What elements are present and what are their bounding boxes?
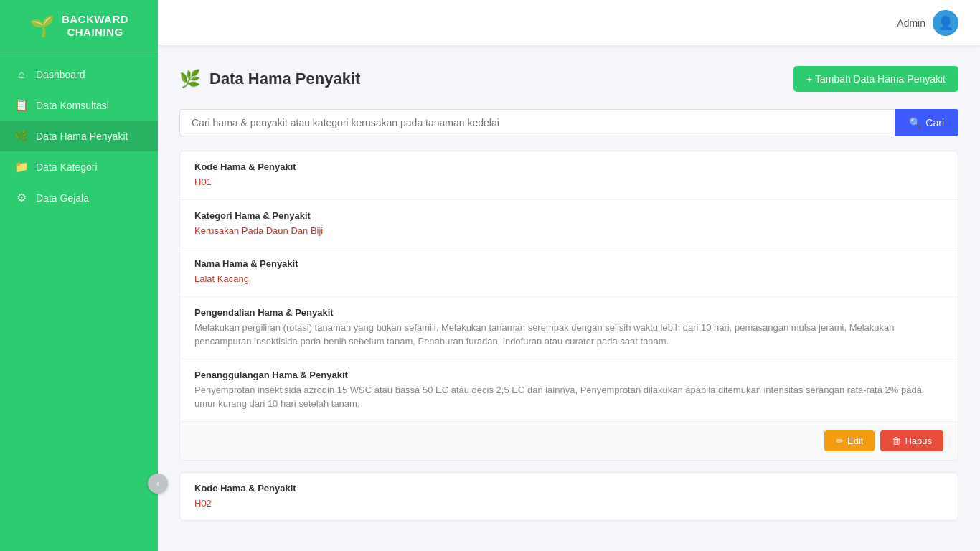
- sidebar-item-label: Data Komsultasi: [36, 100, 109, 111]
- sidebar-item-data-konsultasi[interactable]: 📋 Data Komsultasi: [0, 90, 158, 121]
- nama-value-1: Lalat Kacang: [194, 272, 943, 286]
- sidebar: 🌱 BACKWARD CHAINING ⌂ Dashboard 📋 Data K…: [0, 0, 158, 551]
- username-label: Admin: [897, 17, 925, 29]
- sidebar-logo: 🌱 BACKWARD CHAINING: [0, 0, 158, 52]
- kategori-icon: 📁: [14, 160, 29, 174]
- field-kategori-1: Kategori Hama & Penyakit Kerusakan Pada …: [180, 200, 958, 249]
- search-input[interactable]: [179, 109, 895, 136]
- kode-value-1: H01: [194, 175, 943, 189]
- sidebar-nav: ⌂ Dashboard 📋 Data Komsultasi 🌿 Data Ham…: [0, 52, 158, 551]
- dashboard-icon: ⌂: [14, 68, 29, 81]
- record-card-1: Kode Hama & Penyakit H01 Kategori Hama &…: [179, 151, 958, 461]
- kode-label-2: Kode Hama & Penyakit: [194, 483, 943, 494]
- field-kode-1: Kode Hama & Penyakit H01: [180, 151, 958, 200]
- page-title-icon: 🌿: [179, 69, 201, 89]
- sidebar-item-label: Dashboard: [36, 69, 85, 80]
- konsultasi-icon: 📋: [14, 98, 29, 112]
- app-logo-icon: 🌱: [29, 14, 55, 38]
- sidebar-item-dashboard[interactable]: ⌂ Dashboard: [0, 60, 158, 90]
- page-title: 🌿 Data Hama Penyakit: [179, 69, 360, 89]
- sidebar-item-label: Data Gejala: [36, 192, 89, 204]
- sidebar-collapse-button[interactable]: ‹: [148, 474, 168, 494]
- header: Admin 👤: [158, 0, 980, 46]
- gejala-icon: ⚙: [14, 191, 29, 204]
- card-actions-1: ✏ Edit 🗑 Hapus: [180, 421, 958, 460]
- search-icon: 🔍: [909, 117, 921, 128]
- avatar-icon: 👤: [938, 15, 953, 31]
- field-kode-2: Kode Hama & Penyakit H02: [180, 473, 958, 521]
- hama-icon: 🌿: [14, 129, 29, 143]
- sidebar-item-label: Data Hama Penyakit: [36, 131, 128, 142]
- search-bar: 🔍 Cari: [179, 109, 958, 136]
- record-card-2: Kode Hama & Penyakit H02: [179, 472, 958, 522]
- card-body-1: Kode Hama & Penyakit H01 Kategori Hama &…: [180, 151, 958, 421]
- card-body-2: Kode Hama & Penyakit H02: [180, 473, 958, 521]
- kode-value-2: H02: [194, 496, 943, 511]
- sidebar-item-data-gejala[interactable]: ⚙ Data Gejala: [0, 182, 158, 213]
- user-menu[interactable]: Admin 👤: [897, 10, 958, 36]
- content-area: 🌿 Data Hama Penyakit + Tambah Data Hama …: [158, 46, 980, 551]
- chevron-left-icon: ‹: [156, 479, 159, 489]
- penanggulangan-label-1: Penanggulangan Hama & Penyakit: [194, 369, 943, 380]
- field-nama-1: Nama Hama & Penyakit Lalat Kacang: [180, 248, 958, 297]
- avatar: 👤: [933, 10, 958, 36]
- edit-icon-1: ✏: [836, 435, 844, 446]
- pengendalian-value-1: Melakukan pergiliran (rotasi) tanaman ya…: [194, 321, 943, 349]
- edit-button-1[interactable]: ✏ Edit: [824, 430, 875, 451]
- main-content: Admin 👤 🌿 Data Hama Penyakit + Tambah Da…: [158, 0, 980, 551]
- search-button[interactable]: 🔍 Cari: [895, 109, 958, 136]
- kode-label-1: Kode Hama & Penyakit: [194, 161, 943, 172]
- pengendalian-label-1: Pengendalian Hama & Penyakit: [194, 307, 943, 318]
- nama-label-1: Nama Hama & Penyakit: [194, 258, 943, 269]
- trash-icon-1: 🗑: [892, 435, 901, 446]
- add-data-button[interactable]: + Tambah Data Hama Penyakit: [793, 66, 958, 92]
- sidebar-item-data-kategori[interactable]: 📁 Data Kategori: [0, 151, 158, 182]
- page-header: 🌿 Data Hama Penyakit + Tambah Data Hama …: [179, 66, 958, 92]
- penanggulangan-value-1: Penyemprotan insektisida azrodin 15 WSC …: [194, 383, 943, 411]
- sidebar-item-data-hama[interactable]: 🌿 Data Hama Penyakit: [0, 121, 158, 151]
- delete-button-1[interactable]: 🗑 Hapus: [880, 430, 943, 451]
- field-penanggulangan-1: Penanggulangan Hama & Penyakit Penyempro…: [180, 359, 958, 421]
- kategori-label-1: Kategori Hama & Penyakit: [194, 210, 943, 221]
- app-title: BACKWARD CHAINING: [62, 13, 128, 39]
- sidebar-item-label: Data Kategori: [36, 161, 98, 173]
- kategori-value-1: Kerusakan Pada Daun Dan Biji: [194, 224, 943, 238]
- field-pengendalian-1: Pengendalian Hama & Penyakit Melakukan p…: [180, 297, 958, 359]
